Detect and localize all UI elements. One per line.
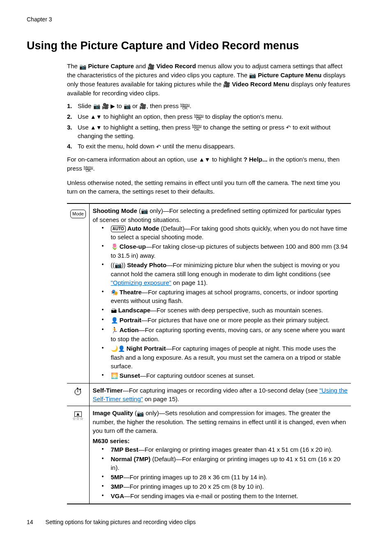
- page-number: 14: [27, 519, 33, 525]
- camera-icon: 📷: [124, 102, 131, 111]
- row-self-timer: ⏱ Self-Timer—For capturing images or rec…: [67, 384, 351, 406]
- options-table: Mode Shooting Mode (📷 only)—For selectin…: [67, 203, 351, 504]
- mode-action: 🏃 Action—For capturing sporting events, …: [102, 326, 348, 343]
- video-icon: 🎥: [148, 63, 154, 71]
- footer-section: Setting options for taking pictures and …: [46, 519, 196, 525]
- sunset-icon: 🌅: [111, 372, 118, 380]
- steps-list: Slide 📷 🎥 ▶ to 📷 or 🎥, then press MenuOK…: [67, 102, 351, 151]
- menu-ok-icon: MenuOK: [192, 124, 202, 131]
- video-icon: 🎥: [223, 81, 230, 89]
- video-icon: 🎥: [102, 102, 109, 111]
- step-3: Use ▲▼ to highlight a setting, then pres…: [67, 123, 351, 141]
- quality-7mp-normal: Normal (7MP) (Default)—For enlarging or …: [102, 455, 348, 472]
- back-icon: ↶: [156, 143, 161, 151]
- theatre-icon: 🎭: [111, 289, 118, 297]
- steady-icon: ((📷)): [111, 261, 126, 270]
- page-footer: 14Setting options for taking pictures an…: [27, 518, 196, 527]
- play-icon: ▶: [111, 102, 115, 111]
- quality-icon: ▲☆☆☆: [72, 409, 83, 421]
- page-title: Using the Picture Capture and Video Reco…: [27, 38, 351, 54]
- chapter-label: Chapter 3: [27, 16, 351, 24]
- intro-paragraph: The 📷 Picture Capture and 🎥 Video Record…: [67, 62, 351, 97]
- menu-ok-icon: MenuOK: [194, 114, 204, 120]
- flower-icon: 🌷: [111, 243, 118, 251]
- optimizing-exposure-link[interactable]: "Optimizing exposure": [111, 279, 171, 286]
- note-paragraph: Unless otherwise noted, the setting rema…: [67, 178, 351, 196]
- quality-vga: VGA—For sending images via e-mail or pos…: [102, 492, 348, 500]
- menu-ok-icon: MenuOK: [180, 103, 190, 110]
- mode-closeup: 🌷 Close-up—For taking close-up pictures …: [102, 242, 348, 260]
- row-image-quality: ▲☆☆☆ Image Quality (📷 only)—Sets resolut…: [67, 406, 351, 504]
- camera-icon: 📷: [79, 63, 86, 71]
- camera-icon: 📷: [93, 102, 100, 111]
- mode-icon: Mode: [70, 210, 86, 218]
- mode-sunset: 🌅 Sunset—For capturing outdoor scenes at…: [102, 371, 348, 380]
- auto-icon: AUTO: [111, 226, 126, 232]
- landscape-icon: 🏔: [111, 307, 117, 315]
- quality-5mp: 5MP—For printing images up to 28 x 36 cm…: [102, 473, 348, 481]
- mode-auto: AUTO Auto Mode (Default)—For taking good…: [102, 224, 348, 241]
- mode-theatre: 🎭 Theatre—For capturing images at school…: [102, 288, 348, 305]
- back-icon: ↶: [286, 124, 291, 132]
- portrait-icon: 👤: [111, 317, 118, 325]
- help-icon: ?: [244, 156, 247, 163]
- timer-icon: ⏱: [74, 387, 83, 397]
- camera-icon: 📷: [141, 207, 148, 215]
- quality-7mp-best: 7MP Best—For enlarging or printing image…: [102, 445, 348, 454]
- updown-icon: ▲▼: [90, 124, 102, 132]
- series-label: M630 series:: [93, 437, 348, 445]
- row-shooting-mode: Mode Shooting Mode (📷 only)—For selectin…: [67, 203, 351, 384]
- mode-night: 🌙👤 Night Portrait—For capturing images o…: [102, 344, 348, 370]
- step-1: Slide 📷 🎥 ▶ to 📷 or 🎥, then press MenuOK…: [67, 102, 351, 111]
- step-4: To exit the menu, hold down ↶ until the …: [67, 142, 351, 151]
- updown-icon: ▲▼: [90, 113, 102, 121]
- quality-3mp: 3MP—For printing images up to 20 x 25 cm…: [102, 482, 348, 491]
- mode-steady: ((📷)) Steady Photo—For minimizing pictur…: [102, 261, 348, 287]
- menu-ok-icon: MenuOK: [84, 166, 93, 172]
- updown-icon: ▲▼: [199, 156, 210, 164]
- mode-portrait: 👤 Portrait—For pictures that have one or…: [102, 316, 348, 325]
- night-icon: 🌙👤: [111, 345, 125, 353]
- action-icon: 🏃: [111, 326, 118, 335]
- video-icon: 🎥: [139, 102, 146, 111]
- step-2: Use ▲▼ to highlight an option, then pres…: [67, 112, 351, 121]
- camera-icon: 📷: [137, 410, 144, 418]
- mode-landscape: 🏔 Landscape—For scenes with deep perspec…: [102, 306, 348, 315]
- camera-icon: 📷: [249, 72, 256, 80]
- help-paragraph: For on-camera information about an optio…: [67, 155, 351, 173]
